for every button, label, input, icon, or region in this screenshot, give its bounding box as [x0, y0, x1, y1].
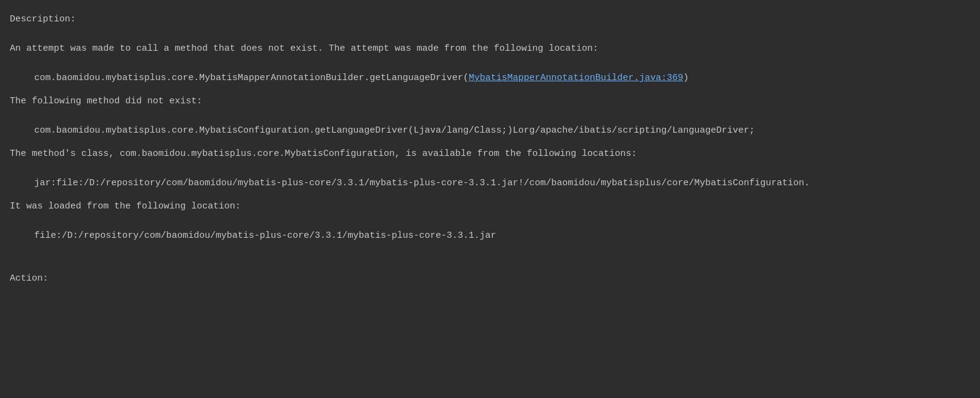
method1-section: com.baomidou.mybatisplus.core.MybatisCon… [10, 123, 970, 138]
paragraph3-text: The method's class, com.baomidou.mybatis… [10, 149, 637, 159]
paragraph2-text: The following method did not exist: [10, 96, 202, 106]
jar-location-text: jar:file:/D:/repository/com/baomidou/myb… [34, 178, 810, 188]
location1-link[interactable]: MybatisMapperAnnotationBuilder.java:369 [469, 73, 683, 83]
location1-section: com.baomidou.mybatisplus.core.MybatisMap… [10, 71, 970, 86]
action-label: Action: [10, 273, 48, 284]
description-section: Description: [10, 12, 970, 27]
file-location-text: file:/D:/repository/com/baomidou/mybatis… [34, 230, 496, 241]
paragraph2-section: The following method did not exist: [10, 94, 970, 109]
location1-prefix: com.baomidou.mybatisplus.core.MybatisMap… [34, 73, 469, 83]
error-container: Description: An attempt was made to call… [10, 12, 970, 286]
paragraph1-text: An attempt was made to call a method tha… [10, 43, 598, 54]
description-label: Description: [10, 14, 76, 24]
paragraph4-text: It was loaded from the following locatio… [10, 201, 241, 212]
file-location-section: file:/D:/repository/com/baomidou/mybatis… [10, 229, 970, 243]
jar-location-section: jar:file:/D:/repository/com/baomidou/myb… [10, 176, 970, 191]
location1-suffix: ) [683, 73, 689, 83]
method1-text: com.baomidou.mybatisplus.core.MybatisCon… [34, 125, 755, 136]
action-section: Action: [10, 271, 970, 286]
paragraph1-section: An attempt was made to call a method tha… [10, 42, 970, 56]
paragraph3-section: The method's class, com.baomidou.mybatis… [10, 147, 970, 161]
paragraph4-section: It was loaded from the following locatio… [10, 199, 970, 214]
